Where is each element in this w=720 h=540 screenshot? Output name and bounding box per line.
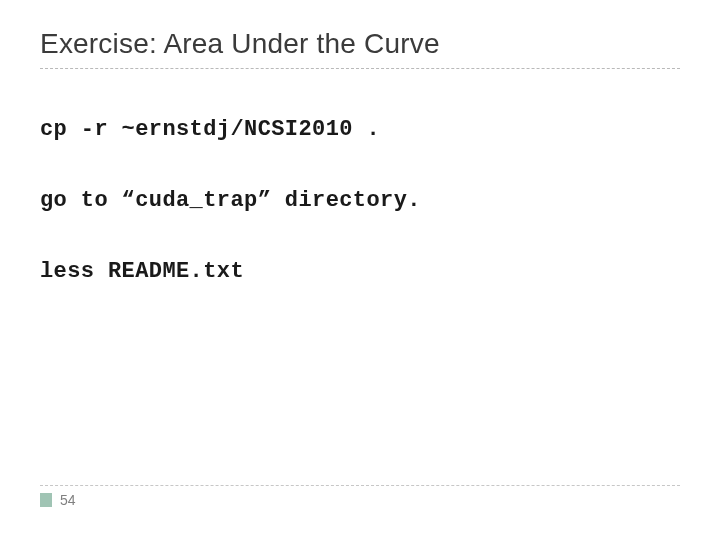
page-number-wrap: 54 [40,492,680,508]
page-marker-icon [40,493,52,507]
slide-content: cp -r ~ernstdj/NCSI2010 . go to “cuda_tr… [40,117,680,284]
slide-footer: 54 [40,485,680,508]
slide: Exercise: Area Under the Curve cp -r ~er… [0,0,720,540]
slide-title: Exercise: Area Under the Curve [40,28,680,60]
title-divider [40,68,680,69]
code-line-2: go to “cuda_trap” directory. [40,188,680,213]
footer-divider [40,485,680,486]
code-line-1: cp -r ~ernstdj/NCSI2010 . [40,117,680,142]
code-line-3: less README.txt [40,259,680,284]
page-number: 54 [60,492,76,508]
